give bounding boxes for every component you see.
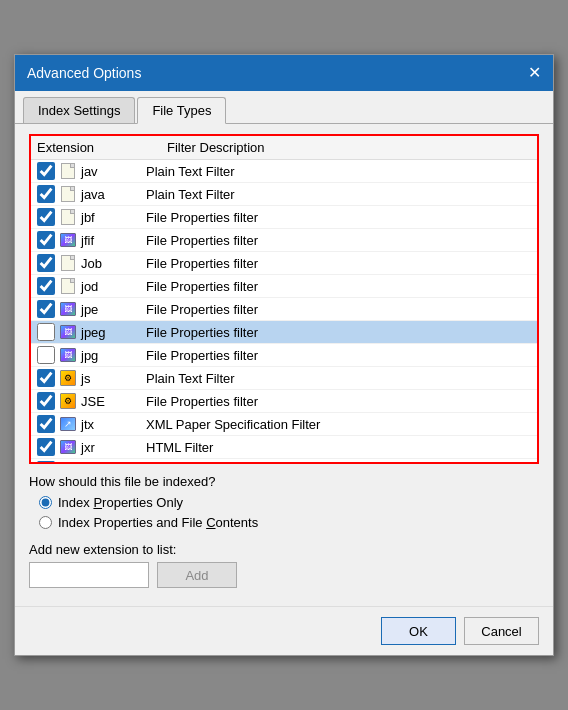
header-description: Filter Description [167,140,531,155]
dialog-footer: OK Cancel [15,606,553,655]
row-description: HTML Filter [146,440,531,455]
table-row[interactable]: 🖼jpegFile Properties filter [31,321,537,344]
dialog-title: Advanced Options [27,65,141,81]
row-description: File Properties filter [146,394,531,409]
image-icon: 🖼 [59,346,77,364]
row-extension: jxr [81,440,146,455]
tab-bar: Index Settings File Types [15,91,553,124]
row-checkbox[interactable] [37,369,55,387]
plain-icon [59,254,77,272]
row-description: File Properties filter [146,210,531,225]
row-checkbox[interactable] [37,415,55,433]
row-extension: jpg [81,348,146,363]
special-icon: ⚙ [59,392,77,410]
add-extension-button[interactable]: Add [157,562,237,588]
add-extension-row: Add [29,562,539,588]
row-extension: java [81,187,146,202]
row-description: File Properties filter [146,302,531,317]
advanced-options-dialog: Advanced Options ✕ Index Settings File T… [14,54,554,656]
plain-icon [59,277,77,295]
cancel-button[interactable]: Cancel [464,617,539,645]
ok-button[interactable]: OK [381,617,456,645]
row-extension: jod [81,279,146,294]
new-extension-input[interactable] [29,562,149,588]
row-checkbox[interactable] [37,300,55,318]
table-row[interactable]: ⚙JSEFile Properties filter [31,390,537,413]
row-checkbox[interactable] [37,461,55,462]
row-description: File Properties filter [146,279,531,294]
index-section: How should this file be indexed? Index P… [29,474,539,530]
plain-icon [59,162,77,180]
image-icon: 🖼 [59,231,77,249]
row-extension: js [81,371,146,386]
image-icon: 🖼 [59,300,77,318]
plain-icon [59,208,77,226]
row-description: Plain Text Filter [146,187,531,202]
row-extension: jfif [81,233,146,248]
header-extension: Extension [37,140,167,155]
image-icon: 🖼 [59,323,77,341]
table-row[interactable]: javaPlain Text Filter [31,183,537,206]
row-checkbox[interactable] [37,208,55,226]
dialog-content: Extension Filter Description javPlain Te… [15,124,553,598]
row-checkbox[interactable] [37,438,55,456]
table-row[interactable]: javPlain Text Filter [31,160,537,183]
title-bar: Advanced Options ✕ [15,55,553,91]
row-extension: jtx [81,417,146,432]
row-extension: jpe [81,302,146,317]
tab-file-types[interactable]: File Types [137,97,226,124]
plain-icon [59,461,77,462]
table-row[interactable]: jodFile Properties filter [31,275,537,298]
plain-icon [59,185,77,203]
row-checkbox[interactable] [37,277,55,295]
radio-group: Index Properties Only Index Properties a… [29,495,539,530]
image-icon: 🖼 [59,438,77,456]
table-row[interactable]: ↗jtxXML Paper Specification Filter [31,413,537,436]
row-checkbox[interactable] [37,254,55,272]
table-row[interactable]: 🖼jfifFile Properties filter [31,229,537,252]
row-description: Plain Text Filter [146,164,531,179]
row-checkbox[interactable] [37,346,55,364]
radio-index-properties[interactable]: Index Properties Only [39,495,539,510]
special-icon: ⚙ [59,369,77,387]
table-row[interactable]: JobFile Properties filter [31,252,537,275]
row-checkbox[interactable] [37,231,55,249]
list-body[interactable]: javPlain Text FilterjavaPlain Text Filte… [31,160,537,462]
row-extension: jpeg [81,325,146,340]
table-row[interactable]: 🖼jxrHTML Filter [31,436,537,459]
row-extension: jbf [81,210,146,225]
table-row[interactable]: 🖼jpeFile Properties filter [31,298,537,321]
row-extension: jav [81,164,146,179]
add-extension-label: Add new extension to list: [29,542,539,557]
row-checkbox[interactable] [37,185,55,203]
table-row[interactable]: jbfFile Properties filter [31,206,537,229]
row-checkbox[interactable] [37,392,55,410]
row-description: File Properties filter [146,233,531,248]
file-type-list: Extension Filter Description javPlain Te… [29,134,539,464]
arrow-icon: ↗ [59,415,77,433]
row-description: File Properties filter [146,325,531,340]
table-row[interactable]: 🖼jpgFile Properties filter [31,344,537,367]
table-row[interactable]: ⚙jsPlain Text Filter [31,367,537,390]
row-checkbox[interactable] [37,162,55,180]
list-header: Extension Filter Description [31,136,537,160]
table-row[interactable]: kciPlain Text Filter [31,459,537,462]
row-description: File Properties filter [146,348,531,363]
index-section-title: How should this file be indexed? [29,474,539,489]
row-description: XML Paper Specification Filter [146,417,531,432]
row-description: File Properties filter [146,256,531,271]
row-extension: JSE [81,394,146,409]
radio-index-contents[interactable]: Index Properties and File Contents [39,515,539,530]
row-description: Plain Text Filter [146,371,531,386]
add-extension-section: Add new extension to list: Add [29,542,539,588]
close-button[interactable]: ✕ [528,65,541,81]
row-extension: Job [81,256,146,271]
row-checkbox[interactable] [37,323,55,341]
tab-index-settings[interactable]: Index Settings [23,97,135,123]
